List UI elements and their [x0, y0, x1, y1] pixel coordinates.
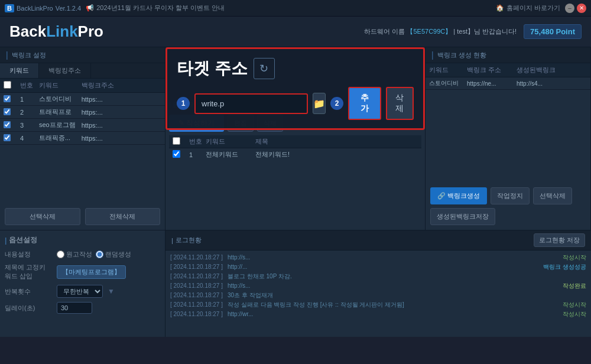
log-entry-5: [ 2024.11.20.18:27 ] 30초 후 작업재개: [170, 291, 586, 300]
repeat-label: 반복횟수: [5, 287, 52, 296]
check-all-kw[interactable]: [4, 81, 11, 89]
ms-table-row: 1 전체키워드 전체키워드!: [169, 148, 421, 161]
log-time-5: [ 2024.11.20.18:27 ]: [170, 291, 223, 300]
delay-input[interactable]: [57, 302, 92, 314]
log-url-6: 작성 실패로 다음 백링크 작성 진행 [사유 :: 작성될 게시판이 제거됨]: [228, 300, 558, 310]
notice-icon: 📢: [86, 4, 94, 12]
title-bar-controls: – ✕: [565, 4, 586, 13]
table-row: 2 트래픽프로 https:...: [0, 106, 165, 119]
logo-link: Link: [46, 22, 77, 40]
target-overlay: 타겟 주소 ↻ 1 📁 2 추가 삭제: [165, 47, 425, 130]
home-icon: 🏠: [496, 4, 504, 12]
delay-row: 딜레이(초): [5, 302, 160, 314]
backlink-settings-header: | 백링크 설정: [0, 47, 165, 63]
overlay-input-row: 1 📁 2 추가 삭제: [177, 87, 414, 120]
app-logo: BackLinkPro: [9, 22, 103, 41]
row-check-4[interactable]: [4, 134, 11, 141]
title-keyword-button[interactable]: 【마케팅프로그램】: [57, 265, 126, 279]
ms-row-check-1[interactable]: [173, 150, 180, 158]
delete-button[interactable]: 삭제: [386, 87, 414, 120]
generate-backlink-button[interactable]: 🔗 백링크생성: [430, 187, 487, 204]
home-link[interactable]: 🏠 홈페이지 바로가기: [496, 4, 560, 12]
points-label: Point: [556, 27, 576, 36]
hardware-id: 【5E57C99C】: [407, 28, 452, 35]
brand-icon: B: [5, 4, 14, 12]
middle-panel: 타겟 주소 ↻ 1 📁 2 추가 삭제 | 원고 작성: [165, 47, 426, 230]
radio-original[interactable]: [57, 251, 64, 258]
title-keyword-label: 제목에 고정키워드 삽입: [5, 263, 52, 281]
stop-job-button[interactable]: 작업정지: [491, 187, 530, 204]
row-kw-2: 트래픽프로: [39, 108, 79, 116]
brand-version: Ver.1.2.4: [56, 5, 81, 12]
log-entry-3: [ 2024.11.20.18:27 ] 블로그 한채로 10P 차감.: [170, 272, 586, 281]
bottom-section: | 옵션설정 내용설정 원고작성 랜덤생성 제목에 고정키워드 삽입: [0, 230, 591, 337]
table-row: 3 seo프로그램 https:...: [0, 119, 165, 132]
gen-table-row: 스토어디비 https://ne... http://s4...: [426, 77, 590, 90]
gen-col-kw: 키워드: [429, 66, 465, 74]
radio-original-label[interactable]: 원고작성: [57, 250, 92, 259]
add-button[interactable]: 추가: [348, 87, 381, 120]
row-kw-1: 스토어디비: [39, 95, 79, 103]
log-panel: | 로그현황 로그현황 저장 [ 2024.11.20.18:27 ] http…: [165, 230, 591, 337]
ms-table-header: 번호 키워드 제목: [169, 135, 421, 148]
log-status-4: 작성완료: [563, 281, 586, 291]
gen-table-header: 키워드 백링크 주소 생성된백링크: [426, 63, 590, 77]
generation-status-title: 백링크 생성 현황: [437, 51, 486, 60]
repeat-dropdown-icon: ▼: [108, 287, 115, 295]
title-bar-brand: B BackLinkPro Ver.1.2.4: [5, 4, 81, 12]
options-title-text: 옵션설정: [9, 235, 37, 245]
log-entry-6: [ 2024.11.20.18:27 ] 작성 실패로 다음 백링크 작성 진행…: [170, 300, 586, 310]
title-bar-left: B BackLinkPro Ver.1.2.4 📢 2024년11월 카드사 무…: [5, 4, 225, 12]
radio-random-label[interactable]: 랜덤생성: [96, 250, 131, 259]
content-setting-row: 내용설정 원고작성 랜덤생성: [5, 250, 160, 259]
generation-status-header: | 백링크 생성 현황: [426, 47, 590, 63]
logo-pro: Pro: [78, 22, 103, 40]
log-url-7: http://wr...: [228, 310, 558, 319]
row-kw-3: seo프로그램: [39, 121, 79, 129]
log-time-7: [ 2024.11.20.18:27 ]: [170, 310, 223, 319]
ms-row-kw-1: 전체키워드: [206, 150, 253, 159]
title-bar-right: 🏠 홈페이지 바로가기 – ✕: [496, 4, 586, 13]
gen-row-generated-1: http://s4...: [517, 80, 587, 87]
save-generated-button[interactable]: 생성된백링크저장: [430, 208, 495, 225]
ms-col-check: [173, 137, 187, 146]
header-pipe-right: |: [431, 50, 434, 60]
row-check-1[interactable]: [4, 95, 11, 102]
target-url-input[interactable]: [194, 93, 308, 114]
log-time-1: [ 2024.11.20.18:27 ]: [170, 253, 223, 262]
log-save-button[interactable]: 로그현황 저장: [534, 233, 585, 247]
brand-name: BackLinkPro: [17, 5, 53, 12]
ms-check-all[interactable]: [173, 137, 180, 145]
table-row: 1 스토어디비 https:...: [0, 93, 165, 106]
col-num-header: 번호: [20, 81, 37, 90]
log-entry-7: [ 2024.11.20.18:27 ] http://wr... 작성시작: [170, 310, 586, 319]
ms-col-kw: 키워드: [206, 137, 253, 146]
home-text: 홈페이지 바로가기: [506, 4, 560, 12]
ms-row-num-1: 1: [189, 151, 203, 158]
test-label: | test】님 반갑습니다!: [453, 28, 517, 35]
tab-keyword[interactable]: 키워드: [0, 63, 39, 78]
minimize-button[interactable]: –: [565, 4, 574, 13]
kw-table-header: 번호 키워드 백링크주소: [0, 79, 165, 93]
log-status-7: 작성시작: [563, 310, 586, 319]
select-delete-right-button[interactable]: 선택삭제: [533, 187, 572, 204]
tab-backlink[interactable]: 백링킹주소: [39, 63, 91, 78]
notice-text: 2024년11월 카드사 무이자 할부 이벤트 안내: [96, 4, 225, 12]
ms-col-num: 번호: [189, 137, 203, 146]
select-delete-button[interactable]: 선택삭제: [5, 208, 80, 225]
row-kw-4: 트래픽증...: [39, 134, 79, 142]
folder-button[interactable]: 📁: [313, 93, 326, 114]
radio-random[interactable]: [96, 251, 103, 258]
all-delete-button[interactable]: 전체삭제: [85, 208, 161, 225]
top-section: | 백링크 설정 키워드 백링킹주소 번호 키워드 백링크주소 1 스토어디비: [0, 47, 591, 230]
close-button[interactable]: ✕: [577, 4, 586, 13]
row-check-2[interactable]: [4, 108, 11, 115]
row-check-3[interactable]: [4, 121, 11, 128]
generation-status-panel: | 백링크 생성 현황 키워드 백링크 주소 생성된백링크 스토어디비 http…: [426, 47, 591, 230]
repeat-select[interactable]: 무한반복: [57, 285, 103, 298]
refresh-button[interactable]: ↻: [254, 58, 275, 79]
row-num-2: 2: [20, 109, 37, 116]
hardware-info: 하드웨어 이름 【5E57C99C】 | test】님 반갑습니다!: [364, 27, 517, 36]
hardware-label: 하드웨어 이름: [364, 28, 405, 35]
log-url-4: http://s...: [228, 281, 558, 291]
